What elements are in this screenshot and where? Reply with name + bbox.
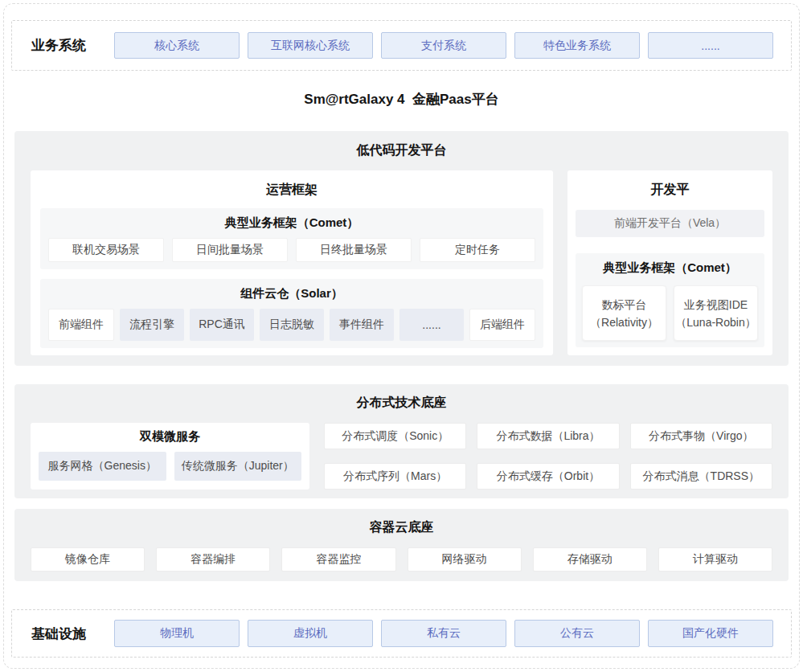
container-monitoring: 容器监控: [281, 547, 395, 572]
component-event: 事件组件: [330, 309, 394, 341]
component-log-masking: 日志脱敏: [260, 309, 324, 341]
relativity-codename: （Relativity）: [590, 313, 658, 331]
luna-robin-ide: 业务视图IDE （Luna-Robin）: [674, 285, 758, 341]
scene-scheduled-task: 定时任务: [420, 238, 535, 262]
traditional-microservice-jupiter: 传统微服务（Jupiter）: [174, 452, 302, 481]
service-mesh-genesis: 服务网格（Genesis）: [39, 452, 166, 481]
storage-driver: 存储驱动: [533, 547, 647, 572]
scene-daytime-batch: 日间批量场景: [172, 238, 288, 262]
distributed-base-panel: 分布式技术底座 双模微服务 服务网格（Genesis） 传统微服务（Jupite…: [14, 384, 789, 498]
infra-virtual-machine: 虚拟机: [248, 620, 373, 647]
distributed-data-libra: 分布式数据（Libra）: [477, 423, 619, 449]
dev-platform-box: 开发平 前端开发平台（Vela） 典型业务框架（Comet） 数标平台 （Rel…: [567, 170, 772, 355]
infrastructure-label: 基础设施: [31, 625, 88, 643]
component-frontend: 前端组件: [48, 309, 114, 341]
solar-title: 组件云仓（Solar）: [48, 286, 535, 301]
distributed-services-grid: 分布式调度（Sonic） 分布式数据（Libra） 分布式事物（Virgo） 分…: [324, 423, 772, 490]
component-rpc: RPC通讯: [190, 309, 254, 341]
distributed-transaction-virgo: 分布式事物（Virgo）: [630, 423, 772, 449]
business-system-core: 核心系统: [114, 32, 240, 59]
page-title: Sm@rtGalaxy 4 金融Paas平台: [0, 90, 803, 109]
distributed-base-body: 双模微服务 服务网格（Genesis） 传统微服务（Jupiter） 分布式调度…: [31, 423, 772, 490]
container-orchestration: 容器编排: [156, 547, 270, 572]
component-more: ......: [399, 309, 464, 341]
distributed-cache-orbit: 分布式缓存（Orbit）: [477, 463, 619, 490]
solar-components-row: 前端组件 流程引擎 RPC通讯 日志脱敏 事件组件 ...... 后端组件: [48, 309, 535, 341]
business-systems-label: 业务系统: [31, 36, 88, 55]
image-registry: 镜像仓库: [31, 547, 145, 572]
dual-mode-title: 双模微服务: [39, 429, 301, 445]
dev-comet-row: 数标平台 （Relativity） 业务视图IDE （Luna-Robin）: [582, 285, 758, 341]
container-base-panel: 容器云底座 镜像仓库 容器编排 容器监控 网络驱动 存储驱动 计算驱动: [14, 509, 789, 581]
business-systems-row: 核心系统 互联网核心系统 支付系统 特色业务系统 ......: [114, 32, 773, 59]
dev-comet-title: 典型业务框架（Comet）: [582, 260, 758, 276]
scene-endofday-batch: 日终批量场景: [296, 238, 412, 262]
vela-frontend-platform: 前端开发平台（Vela）: [576, 210, 764, 237]
infra-domestic-hardware: 国产化硬件: [648, 620, 773, 647]
network-driver: 网络驱动: [408, 547, 522, 572]
low-code-platform-panel: 低代码开发平台 运营框架 典型业务框架（Comet） 联机交易场景 日间批量场景…: [14, 131, 789, 366]
infrastructure-strip: 基础设施 物理机 虚拟机 私有云 公有云 国产化硬件: [11, 609, 792, 658]
low-code-platform-title: 低代码开发平台: [31, 142, 772, 159]
infra-private-cloud: 私有云: [381, 620, 506, 647]
component-backend: 后端组件: [469, 309, 535, 341]
scene-online-trading: 联机交易场景: [48, 238, 164, 262]
component-process-engine: 流程引擎: [120, 309, 184, 341]
infra-public-cloud: 公有云: [514, 620, 640, 647]
dual-mode-row: 服务网格（Genesis） 传统微服务（Jupiter）: [39, 452, 301, 481]
dev-comet-subpanel: 典型业务框架（Comet） 数标平台 （Relativity） 业务视图IDE …: [576, 253, 764, 347]
dev-platform-title: 开发平: [576, 182, 764, 199]
container-base-title: 容器云底座: [31, 519, 772, 536]
low-code-platform-body: 运营框架 典型业务框架（Comet） 联机交易场景 日间批量场景 日终批量场景 …: [31, 170, 772, 355]
business-system-special: 特色业务系统: [514, 32, 640, 59]
business-system-internet-core: 互联网核心系统: [248, 32, 373, 59]
business-systems-strip: 业务系统 核心系统 互联网核心系统 支付系统 特色业务系统 ......: [11, 20, 792, 71]
luna-robin-codename: （Luna-Robin）: [675, 313, 756, 331]
luna-robin-name: 业务视图IDE: [684, 296, 748, 313]
solar-subpanel: 组件云仓（Solar） 前端组件 流程引擎 RPC通讯 日志脱敏 事件组件 ..…: [40, 279, 543, 348]
comet-framework-subpanel: 典型业务框架（Comet） 联机交易场景 日间批量场景 日终批量场景 定时任务: [40, 208, 543, 269]
infra-physical-machine: 物理机: [114, 620, 240, 647]
operation-framework-box: 运营框架 典型业务框架（Comet） 联机交易场景 日间批量场景 日终批量场景 …: [31, 170, 553, 355]
distributed-base-title: 分布式技术底座: [31, 395, 772, 412]
dual-mode-microservice-box: 双模微服务 服务网格（Genesis） 传统微服务（Jupiter）: [31, 423, 309, 490]
business-system-more: ......: [648, 32, 773, 59]
operation-framework-title: 运营框架: [40, 182, 543, 199]
relativity-platform: 数标平台 （Relativity）: [582, 285, 666, 341]
distributed-message-tdrss: 分布式消息（TDRSS）: [630, 463, 772, 490]
business-system-payment: 支付系统: [381, 32, 506, 59]
comet-scenes-row: 联机交易场景 日间批量场景 日终批量场景 定时任务: [48, 238, 535, 262]
infrastructure-row: 物理机 虚拟机 私有云 公有云 国产化硬件: [114, 620, 773, 647]
relativity-name: 数标平台: [602, 296, 647, 313]
distributed-scheduling-sonic: 分布式调度（Sonic）: [324, 423, 466, 449]
compute-driver: 计算驱动: [658, 547, 772, 572]
distributed-sequence-mars: 分布式序列（Mars）: [324, 463, 466, 490]
comet-framework-title: 典型业务框架（Comet）: [48, 215, 535, 231]
container-base-row: 镜像仓库 容器编排 容器监控 网络驱动 存储驱动 计算驱动: [31, 547, 772, 572]
